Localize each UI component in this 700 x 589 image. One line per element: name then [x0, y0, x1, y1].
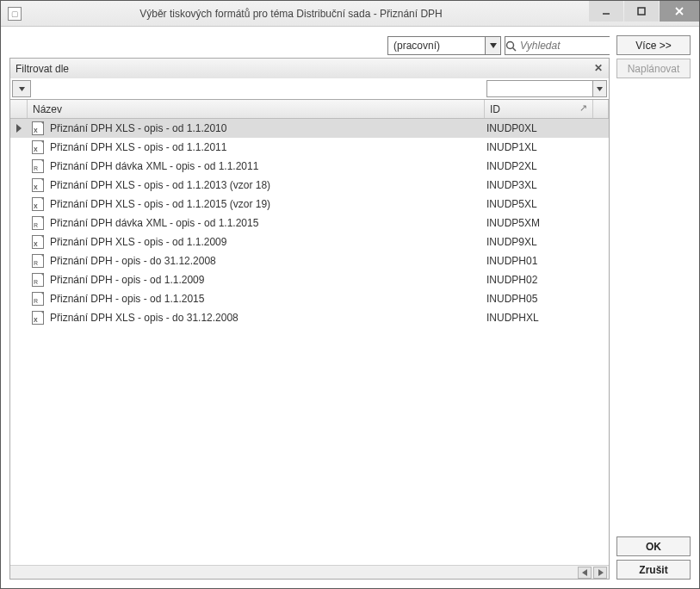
- filter-criteria-row: [9, 78, 610, 99]
- titlebar: ▢ Výběr tiskových formátů pro téma Distr…: [1, 1, 699, 27]
- right-button-pane: Více >> Naplánovat OK Zrušit: [616, 35, 691, 580]
- filter-value-combo[interactable]: [486, 80, 607, 97]
- table-row[interactable]: RPřiznání DPH - opis - do 31.12.2008INUD…: [10, 251, 609, 270]
- row-type-icon: R: [28, 273, 48, 287]
- table-row[interactable]: XPřiznání DPH XLS - opis - od 1.1.2013 (…: [10, 176, 609, 195]
- chevron-down-icon: [597, 87, 603, 91]
- row-type-icon: R: [28, 254, 48, 268]
- search-icon: [505, 37, 517, 54]
- row-type-icon: X: [28, 197, 48, 211]
- close-icon: [674, 6, 685, 16]
- svg-marker-9: [582, 569, 587, 576]
- row-type-icon: X: [28, 235, 48, 249]
- minimize-button[interactable]: [589, 1, 623, 22]
- chevron-down-icon: [490, 43, 497, 48]
- horizontal-scrollbar[interactable]: [10, 565, 609, 579]
- row-id: INUDPH05: [485, 293, 593, 305]
- svg-rect-1: [638, 8, 645, 15]
- table-row[interactable]: XPřiznání DPH XLS - opis - od 1.1.2015 (…: [10, 195, 609, 214]
- toolbar-row: (pracovní): [9, 35, 610, 56]
- row-id: INUDPHXL: [485, 312, 593, 324]
- chevron-right-icon: [598, 569, 604, 576]
- minimize-icon: [601, 6, 611, 16]
- svg-line-6: [513, 47, 517, 51]
- row-name: Přiznání DPH XLS - opis - od 1.1.2011: [48, 141, 485, 153]
- window-controls: [588, 1, 699, 22]
- cancel-button[interactable]: Zrušit: [616, 560, 691, 580]
- row-id: INUDP0XL: [485, 122, 593, 134]
- current-row-icon: [16, 124, 22, 133]
- search-box[interactable]: [505, 36, 610, 55]
- report-file-icon: R: [32, 273, 44, 287]
- chevron-left-icon: [582, 569, 588, 576]
- filter-close-button[interactable]: ✕: [592, 61, 605, 75]
- row-id: INUDP2XL: [485, 160, 593, 172]
- report-file-icon: R: [32, 254, 44, 268]
- table-row[interactable]: RPřiznání DPH dávka XML - opis - od 1.1.…: [10, 157, 609, 176]
- scroll-left-button[interactable]: [578, 567, 592, 579]
- profile-combo[interactable]: (pracovní): [387, 36, 501, 55]
- row-name: Přiznání DPH XLS - opis - do 31.12.2008: [48, 312, 485, 324]
- excel-file-icon: X: [32, 121, 44, 135]
- row-id: INUDPH01: [485, 255, 593, 267]
- grid-header-name[interactable]: Název: [28, 100, 485, 118]
- close-button[interactable]: [660, 1, 699, 22]
- row-type-icon: X: [28, 121, 48, 135]
- row-id: INUDP1XL: [485, 141, 593, 153]
- report-file-icon: R: [32, 216, 44, 230]
- table-row[interactable]: XPřiznání DPH XLS - opis - od 1.1.2010IN…: [10, 119, 609, 138]
- row-type-icon: X: [28, 311, 48, 325]
- app-icon: ▢: [8, 7, 22, 21]
- excel-file-icon: X: [32, 235, 44, 249]
- excel-file-icon: X: [32, 178, 44, 192]
- grid-header-indicator[interactable]: [10, 100, 28, 118]
- row-id: INUDP3XL: [485, 179, 593, 191]
- report-file-icon: R: [32, 292, 44, 306]
- table-row[interactable]: RPřiznání DPH - opis - od 1.1.2015INUDPH…: [10, 289, 609, 308]
- ok-button[interactable]: OK: [616, 536, 691, 556]
- row-name: Přiznání DPH XLS - opis - od 1.1.2009: [48, 236, 485, 248]
- grid-header: Název ID ↗: [10, 100, 609, 119]
- row-id: INUDPH02: [485, 274, 593, 286]
- grid-body: XPřiznání DPH XLS - opis - od 1.1.2010IN…: [10, 119, 609, 565]
- row-type-icon: R: [28, 216, 48, 230]
- row-type-icon: R: [28, 292, 48, 306]
- row-indicator: [10, 124, 28, 133]
- grid-header-extra[interactable]: [593, 100, 609, 118]
- profile-combo-button[interactable]: [485, 37, 500, 54]
- row-name: Přiznání DPH dávka XML - opis - od 1.1.2…: [48, 217, 485, 229]
- excel-file-icon: X: [32, 311, 44, 325]
- row-type-icon: R: [28, 159, 48, 173]
- table-row[interactable]: RPřiznání DPH dávka XML - opis - od 1.1.…: [10, 214, 609, 232]
- svg-marker-10: [598, 569, 604, 576]
- row-name: Přiznání DPH dávka XML - opis - od 1.1.2…: [48, 160, 485, 172]
- table-row[interactable]: XPřiznání DPH XLS - opis - od 1.1.2009IN…: [10, 232, 609, 251]
- svg-marker-4: [490, 43, 497, 48]
- row-name: Přiznání DPH XLS - opis - od 1.1.2013 (v…: [48, 179, 485, 191]
- row-id: INUDP9XL: [485, 236, 593, 248]
- left-pane: (pracovní) Filtrovat dle ✕: [9, 35, 610, 580]
- row-name: Přiznání DPH - opis - do 31.12.2008: [48, 255, 485, 267]
- grid: Název ID ↗ XPřiznání DPH XLS - opis - od…: [9, 99, 610, 580]
- svg-marker-7: [19, 87, 25, 91]
- chevron-down-icon: [19, 87, 25, 91]
- row-name: Přiznání DPH XLS - opis - od 1.1.2010: [48, 122, 485, 134]
- filter-value-button[interactable]: [592, 81, 606, 96]
- filter-header: Filtrovat dle ✕: [9, 58, 610, 78]
- window-title: Výběr tiskových formátů pro téma Distrib…: [28, 8, 588, 20]
- profile-combo-text: (pracovní): [388, 40, 485, 52]
- table-row[interactable]: XPřiznání DPH XLS - opis - od 1.1.2011IN…: [10, 138, 609, 157]
- schedule-button: Naplánovat: [616, 59, 691, 78]
- row-type-icon: X: [28, 178, 48, 192]
- grid-header-id[interactable]: ID ↗: [485, 100, 593, 118]
- row-id: INUDP5XL: [485, 198, 593, 210]
- more-button[interactable]: Více >>: [616, 35, 691, 55]
- table-row[interactable]: RPřiznání DPH - opis - od 1.1.2009INUDPH…: [10, 270, 609, 289]
- dialog-window: ▢ Výběr tiskových formátů pro téma Distr…: [0, 0, 700, 589]
- filter-field-combo-small[interactable]: [12, 80, 31, 97]
- maximize-button[interactable]: [624, 1, 659, 22]
- maximize-icon: [636, 6, 647, 16]
- table-row[interactable]: XPřiznání DPH XLS - opis - do 31.12.2008…: [10, 308, 609, 327]
- scroll-right-button[interactable]: [593, 567, 607, 579]
- svg-marker-8: [597, 87, 603, 91]
